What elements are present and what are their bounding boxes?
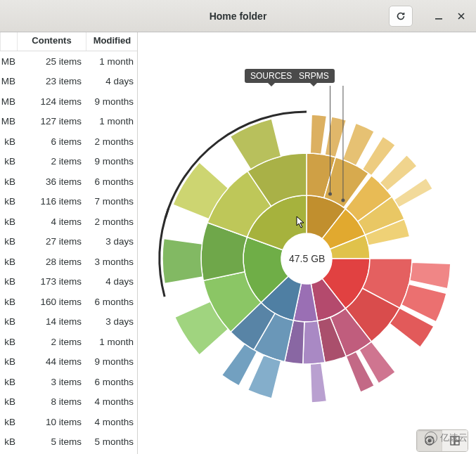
table-row[interactable]: kB2 items9 months xyxy=(0,152,137,172)
file-list-panel: Contents Modified MB25 items1 monthMB23 … xyxy=(0,32,138,454)
cell-contents: 160 items xyxy=(17,297,86,307)
minimize-icon xyxy=(435,12,443,20)
cell-unit: kB xyxy=(0,276,17,287)
minimize-button[interactable] xyxy=(432,10,445,22)
cell-modified: 1 month xyxy=(86,337,137,347)
sunburst-chart-area: 47.5 GB SOURCES SRPMS ◎ 亿速云 xyxy=(138,32,476,454)
cell-unit: kB xyxy=(0,196,17,207)
sunburst-slice[interactable] xyxy=(222,344,257,386)
cell-unit: kB xyxy=(0,436,17,447)
table-row[interactable]: kB2 items1 month xyxy=(0,332,137,352)
table-row[interactable]: MB124 items9 months xyxy=(0,91,137,112)
svg-point-3 xyxy=(328,192,332,195)
refresh-icon xyxy=(395,11,406,22)
close-button[interactable] xyxy=(455,10,468,22)
cell-unit: MB xyxy=(0,96,17,107)
cell-unit: kB xyxy=(0,316,17,327)
table-row[interactable]: kB28 items3 months xyxy=(0,252,137,272)
table-row[interactable]: kB3 items6 months xyxy=(0,372,137,392)
cell-modified: 1 month xyxy=(86,116,137,127)
cell-contents: 124 items xyxy=(17,96,86,107)
cell-contents: 116 items xyxy=(17,196,86,207)
cell-unit: kB xyxy=(0,396,17,407)
header-size[interactable] xyxy=(0,32,17,51)
table-row[interactable]: kB116 items7 months xyxy=(0,192,137,212)
watermark-icon: ◎ xyxy=(425,432,437,444)
sunburst-slice[interactable] xyxy=(310,363,326,403)
header-modified[interactable]: Modified xyxy=(86,32,138,51)
sunburst-slice[interactable] xyxy=(380,155,417,191)
table-row[interactable]: kB4 items2 months xyxy=(0,212,137,232)
cell-contents: 27 items xyxy=(17,236,86,247)
cell-contents: 4 items xyxy=(17,216,86,227)
cell-contents: 2 items xyxy=(17,156,86,167)
table-row[interactable]: kB14 items3 days xyxy=(0,312,137,332)
tooltip-sources: SOURCES xyxy=(245,69,297,83)
cell-unit: kB xyxy=(0,257,17,267)
cell-modified: 9 months xyxy=(86,156,137,167)
cell-modified: 6 months xyxy=(86,377,137,387)
cell-unit: kB xyxy=(0,136,17,147)
tooltip-srpms: SRPMS xyxy=(293,69,335,83)
cell-unit: kB xyxy=(0,297,17,307)
sunburst-slice[interactable] xyxy=(162,238,202,283)
cell-contents: 5 items xyxy=(17,436,86,447)
cell-modified: 5 months xyxy=(86,436,137,447)
table-row[interactable]: MB23 items4 days xyxy=(0,72,137,92)
table-row[interactable]: kB6 items2 months xyxy=(0,131,137,152)
cell-unit: kB xyxy=(0,176,17,187)
cell-modified: 1 month xyxy=(86,56,137,67)
cell-contents: 36 items xyxy=(17,176,86,187)
sunburst-slice[interactable] xyxy=(248,355,281,398)
cell-unit: MB xyxy=(0,56,17,67)
cell-contents: 10 items xyxy=(17,417,86,427)
window-title: Home folder xyxy=(210,11,267,22)
table-row[interactable]: MB25 items1 month xyxy=(0,51,137,72)
cell-modified: 6 months xyxy=(86,176,137,187)
cell-unit: kB xyxy=(0,337,17,347)
table-row[interactable]: kB160 items6 months xyxy=(0,292,137,312)
file-rows: MB25 items1 monthMB23 items4 daysMB124 i… xyxy=(0,51,137,454)
watermark: ◎ 亿速云 xyxy=(425,432,468,444)
cell-modified: 7 months xyxy=(86,196,137,207)
close-icon xyxy=(457,12,465,20)
cell-modified: 9 months xyxy=(86,96,137,107)
refresh-button[interactable] xyxy=(389,6,413,27)
cell-contents: 25 items xyxy=(17,56,86,67)
cell-unit: kB xyxy=(0,156,17,167)
table-row[interactable]: kB10 items4 months xyxy=(0,412,137,432)
sunburst-slice[interactable] xyxy=(410,262,451,288)
cell-contents: 6 items xyxy=(17,136,86,147)
cell-modified: 3 days xyxy=(86,316,137,327)
header-contents[interactable]: Contents xyxy=(17,32,86,51)
svg-rect-0 xyxy=(435,18,442,20)
sunburst-chart[interactable] xyxy=(148,67,465,419)
cell-contents: 2 items xyxy=(17,337,86,347)
cell-contents: 8 items xyxy=(17,396,86,407)
table-row[interactable]: kB8 items4 months xyxy=(0,392,137,413)
cell-contents: 44 items xyxy=(17,356,86,367)
cell-contents: 28 items xyxy=(17,257,86,267)
window-controls xyxy=(389,6,476,27)
cell-modified: 2 months xyxy=(86,216,137,227)
cell-unit: kB xyxy=(0,216,17,227)
svg-point-5 xyxy=(341,198,345,202)
cell-contents: 173 items xyxy=(17,276,86,287)
cell-unit: kB xyxy=(0,417,17,427)
cell-modified: 4 months xyxy=(86,417,137,427)
table-row[interactable]: kB5 items5 months xyxy=(0,432,137,453)
sunburst-slice[interactable] xyxy=(310,115,326,154)
content-area: Contents Modified MB25 items1 monthMB23 … xyxy=(0,32,476,454)
table-row[interactable]: kB173 items4 days xyxy=(0,272,137,292)
table-row[interactable]: kB44 items9 months xyxy=(0,352,137,372)
table-row[interactable]: MB127 items1 month xyxy=(0,112,137,132)
cell-unit: kB xyxy=(0,377,17,387)
cell-modified: 6 months xyxy=(86,297,137,307)
cell-modified: 3 days xyxy=(86,236,137,247)
cell-contents: 14 items xyxy=(17,316,86,327)
cell-modified: 9 months xyxy=(86,356,137,367)
table-row[interactable]: kB27 items3 days xyxy=(0,232,137,252)
cell-contents: 3 items xyxy=(17,377,86,387)
table-row[interactable]: kB36 items6 months xyxy=(0,171,137,192)
sunburst-slice[interactable] xyxy=(394,178,432,207)
